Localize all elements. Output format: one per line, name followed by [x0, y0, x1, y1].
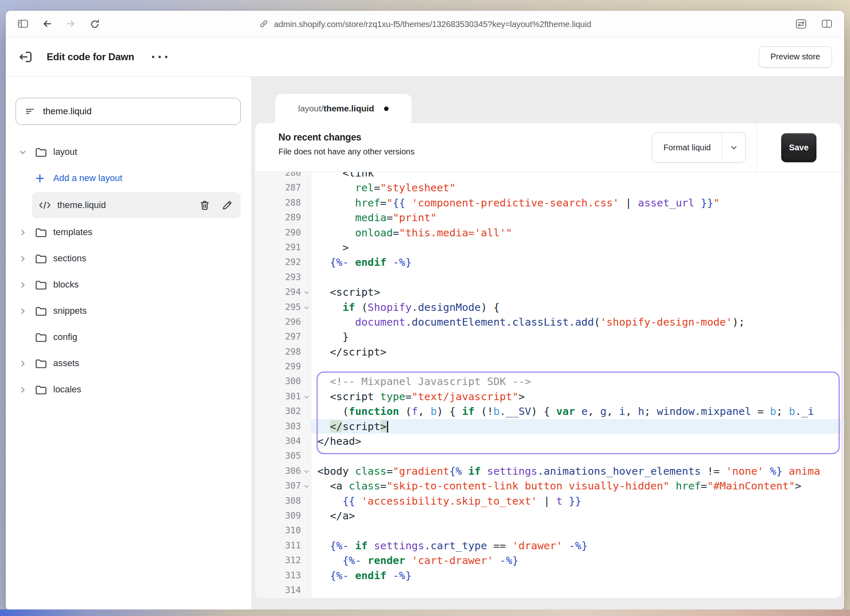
code-line-295: 295 if (Shopify.designMode) {: [255, 300, 841, 315]
line-number: 309: [255, 508, 311, 523]
format-dropdown-button[interactable]: [722, 133, 745, 162]
rename-file-icon[interactable]: [221, 199, 233, 211]
code-text[interactable]: <script type="text/javascript">: [311, 389, 841, 404]
code-text[interactable]: [311, 270, 841, 285]
code-text[interactable]: {%- endif -%}: [311, 255, 841, 270]
fold-chevron-icon[interactable]: [303, 483, 310, 490]
chevron-right-icon[interactable]: [16, 306, 34, 316]
code-text[interactable]: {%- endif -%}: [311, 568, 841, 583]
chevron-right-icon[interactable]: [16, 228, 34, 237]
browser-window: admin.shopify.com/store/rzq1xu-f5/themes…: [6, 11, 844, 610]
reload-icon[interactable]: [89, 18, 100, 29]
fold-chevron-icon[interactable]: [303, 289, 310, 296]
code-text[interactable]: onload="this.media='all'": [311, 225, 841, 240]
chevron-right-icon[interactable]: [16, 385, 34, 394]
code-line-289: 289 media="print": [255, 210, 841, 225]
line-number: 297: [255, 329, 311, 344]
exit-icon[interactable]: [18, 50, 33, 64]
code-text[interactable]: </a>: [311, 508, 841, 523]
code-text[interactable]: rel="stylesheet": [311, 180, 841, 195]
line-number: 299: [255, 359, 311, 374]
chevron-down-icon[interactable]: [16, 147, 34, 157]
line-number: 313: [255, 568, 311, 583]
sidebar-item-snippets[interactable]: snippets: [16, 298, 241, 324]
code-line-313: 313 {%- endif -%}: [255, 568, 841, 583]
code-text[interactable]: (function (f, b) { if (!b.__SV) { var e,…: [311, 404, 841, 419]
code-line-297: 297 }: [255, 329, 841, 344]
file-search[interactable]: [16, 98, 241, 125]
code-text[interactable]: }: [311, 329, 841, 344]
code-text[interactable]: media="print": [311, 210, 841, 225]
chevron-right-icon[interactable]: [16, 359, 34, 368]
code-text[interactable]: {%- render 'cart-drawer' -%}: [311, 553, 841, 568]
fold-chevron-icon[interactable]: [303, 468, 310, 475]
tab-theme-liquid[interactable]: layout/theme.liquid: [275, 94, 411, 123]
code-text[interactable]: </script>: [311, 344, 841, 359]
code-text[interactable]: [311, 523, 841, 538]
split-view-icon[interactable]: [821, 18, 833, 29]
link-icon: [259, 19, 269, 29]
code-text[interactable]: if (Shopify.designMode) {: [311, 300, 841, 315]
back-icon[interactable]: [42, 18, 52, 29]
code-text[interactable]: </script>: [311, 419, 841, 434]
sidebar-item-blocks[interactable]: blocks: [16, 272, 241, 298]
fold-chevron-icon[interactable]: [303, 304, 310, 311]
search-input[interactable]: [42, 106, 232, 117]
code-text[interactable]: [311, 359, 841, 374]
code-editor[interactable]: 286 <link287 rel="stylesheet"288 href="{…: [255, 172, 841, 598]
line-number: 296: [255, 315, 311, 329]
line-number: 304: [255, 434, 311, 448]
save-button[interactable]: Save: [781, 133, 816, 162]
code-text[interactable]: </head>: [311, 434, 841, 448]
code-line-304: 304</head>: [255, 434, 841, 448]
code-text[interactable]: [311, 448, 841, 463]
sidebar-item-sections[interactable]: sections: [16, 245, 241, 272]
tree-item-label: theme.liquid: [57, 200, 106, 211]
sidebar-item-layout[interactable]: layout: [16, 139, 241, 165]
code-text[interactable]: <script>: [311, 285, 841, 299]
code-text[interactable]: <link: [311, 172, 841, 180]
code-text[interactable]: <body class="gradient{% if settings.anim…: [311, 464, 841, 478]
sidebar-item-config[interactable]: config: [16, 324, 241, 350]
chevron-right-icon[interactable]: [16, 280, 34, 290]
sidebar-item-assets[interactable]: assets: [16, 350, 241, 376]
sidebar-toggle-icon[interactable]: [17, 18, 29, 29]
code-text[interactable]: >: [311, 240, 841, 255]
code-text[interactable]: href="{{ 'component-predictive-search.cs…: [311, 195, 841, 210]
code-text[interactable]: <a class="skip-to-content-link button vi…: [311, 478, 841, 493]
code-text[interactable]: {% sections 'header-group' %}: [311, 598, 841, 598]
code-line-301: 301 <script type="text/javascript">: [255, 389, 841, 404]
overflow-menu-button[interactable]: [151, 54, 169, 59]
code-line-310: 310: [255, 523, 841, 538]
line-number: 300: [255, 374, 311, 389]
code-line-308: 308 {{ 'accessibility.skip_to_text' | t …: [255, 494, 841, 508]
tree-item-label: config: [53, 332, 77, 342]
delete-file-icon[interactable]: [199, 199, 210, 211]
unsaved-dot: [384, 106, 389, 111]
line-number: 294: [255, 285, 311, 299]
code-text[interactable]: {%- if settings.cart_type == 'drawer' -%…: [311, 538, 841, 553]
code-line-306: 306<body class="gradient{% if settings.a…: [255, 464, 841, 478]
sidebar-item-locales[interactable]: locales: [16, 376, 241, 403]
code-line-291: 291 >: [255, 240, 841, 255]
code-text[interactable]: {{ 'accessibility.skip_to_text' | t }}: [311, 494, 841, 508]
code-text[interactable]: document.documentElement.classList.add('…: [311, 315, 841, 329]
tree-item-label: blocks: [53, 279, 79, 290]
sidebar-item-templates[interactable]: templates: [16, 219, 241, 245]
format-liquid-button[interactable]: Format liquid: [652, 133, 722, 162]
code-text[interactable]: [311, 583, 841, 598]
add-new-layout-button[interactable]: Add a new layout: [16, 165, 241, 191]
code-text[interactable]: <!-- Mixpanel Javascript SDK -->: [311, 374, 841, 389]
line-number: 292: [255, 255, 311, 270]
address-bar[interactable]: admin.shopify.com/store/rzq1xu-f5/themes…: [259, 19, 591, 29]
sidebar-item-theme-liquid[interactable]: theme.liquid: [32, 192, 241, 218]
tab-bar: layout/theme.liquid: [255, 77, 841, 123]
forward-icon[interactable]: [66, 18, 76, 29]
line-number: 291: [255, 240, 311, 255]
fold-chevron-icon[interactable]: [303, 394, 310, 401]
chevron-right-icon[interactable]: [16, 254, 34, 263]
preview-store-button[interactable]: Preview store: [759, 46, 832, 68]
tree-item-label: locales: [53, 384, 81, 395]
page-settings-icon[interactable]: [795, 18, 807, 29]
tab-file-name: theme.liquid: [323, 104, 374, 113]
